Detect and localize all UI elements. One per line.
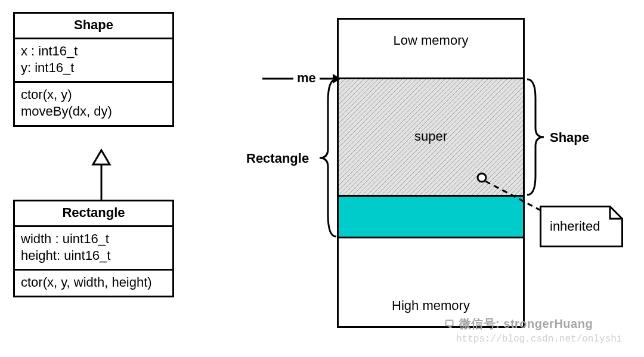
watermark-wechat: 🗨 微信号: strongerHuang (444, 316, 593, 332)
uml-class-shape: Shape x : int16_t y: int16_t ctor(x, y) … (13, 12, 174, 127)
uml-inheritance-arrow (89, 150, 113, 201)
inherited-note-label: inherited (550, 219, 600, 234)
uml-op-row: moveBy(dx, dy) (21, 103, 166, 120)
uml-operations: ctor(x, y) moveBy(dx, dy) (15, 83, 172, 125)
uml-op-row: ctor(x, y) (21, 86, 166, 103)
uml-attributes: width : uint16_t height: uint16_t (15, 227, 172, 271)
uml-op-row: ctor(x, y, width, height) (21, 274, 166, 291)
watermark-url: https://blog.csdn.net/onlyshi (456, 334, 622, 344)
uml-attributes: x : int16_t y: int16_t (15, 39, 172, 83)
uml-attr-row: x : int16_t (21, 43, 166, 60)
uml-class-title: Shape (15, 14, 172, 39)
uml-class-title: Rectangle (15, 201, 172, 227)
memory-super-label: super (337, 129, 525, 144)
uml-attr-row: width : uint16_t (21, 231, 166, 247)
brace-rectangle-label: Rectangle (246, 151, 309, 166)
uml-attr-row: y: int16_t (21, 60, 166, 76)
uml-operations: ctor(x, y, width, height) (15, 271, 172, 296)
uml-attr-row: height: uint16_t (21, 247, 166, 264)
svg-marker-0 (93, 150, 110, 164)
svg-point-7 (478, 173, 486, 182)
high-memory-label: High memory (337, 298, 525, 313)
uml-class-rectangle: Rectangle width : uint16_t height: uint1… (13, 200, 174, 297)
brace-rectangle (316, 77, 340, 238)
low-memory-label: Low memory (337, 33, 525, 48)
brace-shape-label: Shape (550, 130, 589, 145)
